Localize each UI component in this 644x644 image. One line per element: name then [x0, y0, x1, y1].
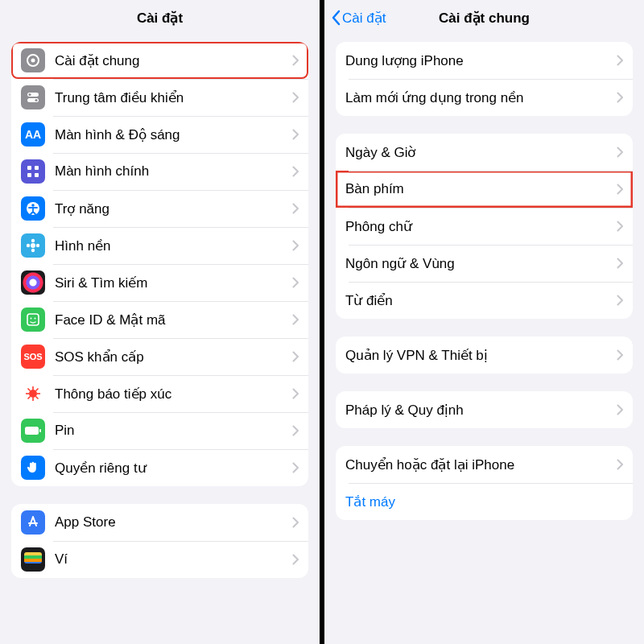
- general-group-vpn: Quản lý VPN & Thiết bị: [336, 336, 633, 374]
- row-label: Hình nền: [55, 237, 292, 254]
- svg-point-18: [31, 318, 32, 320]
- nav-bar: Cài đặt: [0, 0, 320, 35]
- svg-point-5: [35, 99, 37, 101]
- priv-icon: [21, 456, 45, 480]
- chevron-right-icon: [617, 55, 623, 66]
- row-label: Phông chữ: [345, 218, 617, 235]
- row-label: Siri & Tìm kiếm: [55, 275, 292, 291]
- row-label: SOS khẩn cấp: [55, 349, 292, 365]
- back-label: Cài đặt: [342, 10, 386, 27]
- general-row-legal[interactable]: Pháp lý & Quy định: [336, 391, 633, 428]
- wallet-icon: [21, 547, 45, 572]
- chevron-right-icon: [292, 166, 299, 177]
- svg-line-28: [28, 397, 31, 399]
- settings-row-control[interactable]: Trung tâm điều khiển: [11, 79, 308, 116]
- settings-row-covid[interactable]: Thông báo tiếp xúc: [11, 375, 308, 412]
- svg-point-4: [28, 93, 31, 96]
- settings-group-main: Cài đặt chungTrung tâm điều khiểnAAMàn h…: [11, 42, 308, 486]
- row-label: Ví: [55, 551, 292, 568]
- svg-point-1: [31, 59, 35, 63]
- general-row-keyboard[interactable]: Bàn phím: [336, 171, 633, 208]
- chevron-right-icon: [617, 184, 623, 195]
- svg-rect-29: [25, 427, 39, 435]
- settings-row-sos[interactable]: SOSSOS khẩn cấp: [11, 338, 308, 375]
- row-label: Làm mới ứng dụng trong nền: [345, 89, 617, 106]
- general-group-reset: Chuyển hoặc đặt lại iPhoneTắt máy: [336, 446, 633, 520]
- row-label: Quyền riêng tư: [55, 460, 292, 477]
- row-label: Màn hình & Độ sáng: [55, 126, 292, 143]
- svg-line-26: [36, 397, 39, 399]
- general-row-date[interactable]: Ngày & Giờ: [336, 134, 633, 171]
- row-label: Dung lượng iPhone: [345, 52, 617, 69]
- settings-row-priv[interactable]: Quyền riêng tư: [11, 449, 308, 486]
- settings-row-appstore[interactable]: App Store: [11, 504, 308, 541]
- general-content[interactable]: Dung lượng iPhoneLàm mới ứng dụng trong …: [324, 35, 644, 644]
- settings-row-wall[interactable]: Hình nền: [11, 227, 308, 264]
- chevron-right-icon: [292, 203, 299, 214]
- general-row-fonts[interactable]: Phông chữ: [336, 208, 633, 245]
- appstore-icon: [21, 510, 45, 535]
- row-label: Face ID & Mật mã: [55, 312, 292, 328]
- svg-point-19: [35, 318, 36, 320]
- svg-rect-17: [27, 314, 39, 325]
- svg-point-14: [31, 249, 35, 252]
- general-row-vpn[interactable]: Quản lý VPN & Thiết bị: [336, 336, 633, 374]
- row-label: Chuyển hoặc đặt lại iPhone: [345, 456, 617, 473]
- row-label: Tắt máy: [345, 493, 623, 510]
- svg-point-13: [31, 239, 35, 242]
- general-row-bgrefresh[interactable]: Làm mới ứng dụng trong nền: [336, 79, 633, 116]
- settings-row-access[interactable]: Trợ năng: [11, 190, 308, 227]
- row-label: Ngôn ngữ & Vùng: [345, 255, 617, 272]
- svg-rect-30: [39, 429, 41, 432]
- chevron-right-icon: [292, 462, 299, 473]
- back-button[interactable]: Cài đặt: [331, 0, 386, 35]
- settings-row-home[interactable]: Màn hình chính: [11, 153, 308, 190]
- settings-row-siri[interactable]: Siri & Tìm kiếm: [11, 264, 308, 301]
- row-label: Thông báo tiếp xúc: [55, 386, 292, 402]
- settings-content[interactable]: Cài đặt chungTrung tâm điều khiểnAAMàn h…: [0, 35, 320, 644]
- settings-row-display[interactable]: AAMàn hình & Độ sáng: [11, 116, 308, 153]
- svg-line-27: [36, 389, 39, 391]
- home-icon: [21, 159, 45, 184]
- chevron-right-icon: [292, 351, 299, 362]
- batt-icon: [21, 419, 45, 443]
- settings-row-face[interactable]: Face ID & Mật mã: [11, 301, 308, 338]
- general-row-shutdown[interactable]: Tắt máy: [336, 483, 633, 520]
- control-icon: [21, 85, 45, 109]
- nav-bar: Cài đặt Cài đặt chung: [324, 0, 644, 35]
- settings-row-wallet[interactable]: Ví: [11, 541, 308, 578]
- svg-rect-9: [35, 173, 39, 177]
- row-label: Cài đặt chung: [55, 52, 292, 69]
- sos-icon: SOS: [21, 345, 45, 369]
- row-label: Ngày & Giờ: [345, 144, 617, 161]
- general-row-reset[interactable]: Chuyển hoặc đặt lại iPhone: [336, 446, 633, 483]
- general-row-dict[interactable]: Từ điển: [336, 282, 633, 319]
- nav-title: Cài đặt: [137, 10, 183, 27]
- general-settings-screen: Cài đặt Cài đặt chung Dung lượng iPhoneL…: [322, 0, 644, 644]
- settings-row-batt[interactable]: Pin: [11, 412, 308, 449]
- svg-rect-7: [35, 166, 39, 170]
- chevron-right-icon: [617, 349, 623, 361]
- chevron-right-icon: [617, 404, 623, 415]
- row-label: Màn hình chính: [55, 163, 292, 180]
- row-label: Trung tâm điều khiển: [55, 89, 292, 106]
- general-row-lang[interactable]: Ngôn ngữ & Vùng: [336, 245, 633, 282]
- settings-root-screen: Cài đặt Cài đặt chungTrung tâm điều khiể…: [0, 0, 322, 644]
- chevron-right-icon: [292, 314, 299, 325]
- wall-icon: [21, 233, 45, 258]
- chevron-right-icon: [617, 295, 623, 306]
- chevron-right-icon: [617, 258, 623, 269]
- chevron-left-icon: [331, 10, 341, 26]
- nav-title: Cài đặt chung: [439, 10, 530, 27]
- general-row-storage[interactable]: Dung lượng iPhone: [336, 42, 633, 79]
- settings-row-general[interactable]: Cài đặt chung: [11, 42, 308, 79]
- chevron-right-icon: [617, 221, 623, 232]
- face-icon: [21, 308, 45, 332]
- chevron-right-icon: [292, 388, 299, 399]
- row-label: App Store: [55, 514, 292, 530]
- chevron-right-icon: [617, 459, 623, 470]
- access-icon: [21, 196, 45, 221]
- row-label: Quản lý VPN & Thiết bị: [345, 347, 617, 364]
- svg-point-11: [31, 204, 35, 207]
- general-group-locale: Ngày & GiờBàn phímPhông chữNgôn ngữ & Vù…: [336, 134, 633, 319]
